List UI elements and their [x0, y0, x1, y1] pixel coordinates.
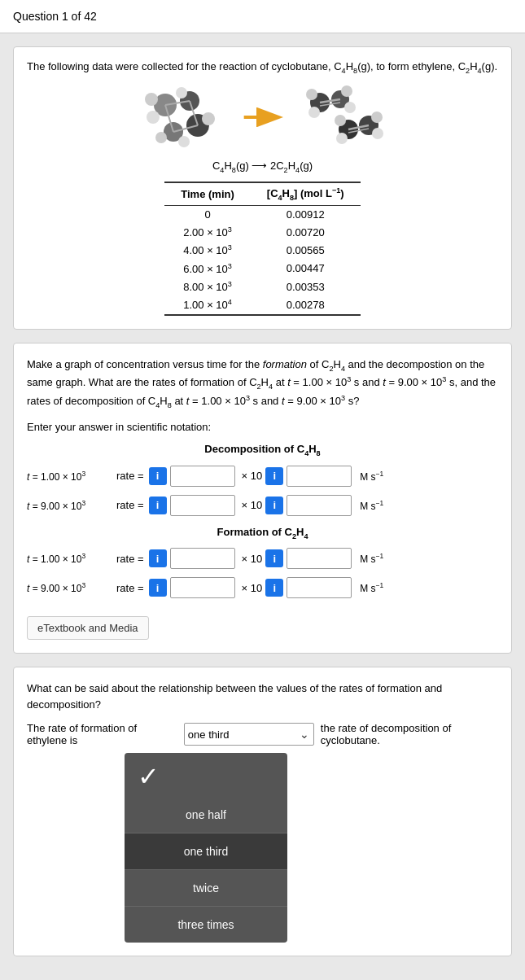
- reaction-arrow-container: [243, 107, 283, 127]
- svg-point-27: [336, 133, 348, 144]
- table-cell-conc: 0.00353: [251, 278, 361, 295]
- enter-label: Enter your answer in scientific notation…: [27, 421, 498, 433]
- unit-2: M s−1: [360, 499, 383, 512]
- etextbook-button[interactable]: eTextbook and Media: [27, 616, 149, 640]
- unit-3: M s−1: [360, 552, 383, 565]
- times-10-3: × 10: [242, 553, 263, 565]
- reaction-equation: C4H8(g) ⟶ 2C2H4(g): [27, 160, 498, 174]
- data-card: The following data were collected for th…: [13, 46, 512, 330]
- form-row-1: t = 1.00 × 103 rate = i × 10 i M s−1: [27, 548, 498, 569]
- rates-card: Make a graph of concentration versus tim…: [13, 343, 512, 654]
- reaction-visual: [27, 85, 498, 150]
- dropdown-popup: ✓ one half one third twice three times: [125, 753, 498, 943]
- form-section-title: Formation of C2H4: [27, 526, 498, 540]
- table-row: 6.00 × 1030.00447: [164, 260, 360, 278]
- svg-point-19: [308, 107, 320, 118]
- option-twice[interactable]: twice: [125, 870, 287, 907]
- table-cell-time: 8.00 × 103: [164, 278, 251, 295]
- table-cell-time: 2.00 × 103: [164, 223, 251, 241]
- decomp1-mantissa[interactable]: [170, 466, 235, 487]
- relationship-question: What can be said about the relationship …: [27, 680, 498, 712]
- svg-point-26: [335, 115, 346, 126]
- form-t2-label: t = 9.00 × 103: [27, 581, 116, 594]
- question-label: Question 1 of 42: [13, 10, 97, 23]
- rate-equals-1: rate =: [116, 470, 144, 482]
- info-btn-form1a[interactable]: i: [149, 549, 167, 567]
- ethylene-molecules: [300, 85, 389, 150]
- decomp-t2-label: t = 9.00 × 103: [27, 499, 116, 512]
- times-10-2: × 10: [242, 499, 263, 511]
- info-btn-form2b[interactable]: i: [265, 579, 283, 597]
- rate-dropdown[interactable]: one half one third twice three times: [184, 723, 314, 746]
- form-t1-label: t = 1.00 × 103: [27, 552, 116, 565]
- form2-mantissa[interactable]: [170, 577, 235, 598]
- decomp2-mantissa[interactable]: [170, 495, 235, 516]
- question-header: Question 1 of 42: [0, 0, 525, 33]
- table-row: 2.00 × 1030.00720: [164, 223, 360, 241]
- table-row: 1.00 × 1040.00278: [164, 295, 360, 314]
- table-cell-time: 4.00 × 103: [164, 241, 251, 259]
- unit-1: M s−1: [360, 470, 383, 483]
- info-btn-decomp1b[interactable]: i: [265, 467, 283, 485]
- rate-dropdown-wrapper[interactable]: one half one third twice three times ⌄: [184, 723, 314, 746]
- table-cell-time: 1.00 × 104: [164, 295, 251, 314]
- rate-formation-row: The rate of formation of ethylene is one…: [27, 722, 498, 746]
- svg-point-20: [341, 85, 352, 97]
- rate-equals-3: rate =: [116, 553, 144, 565]
- times-10-1: × 10: [242, 470, 263, 482]
- option-one-half[interactable]: one half: [125, 797, 287, 833]
- option-one-third[interactable]: one third: [125, 833, 287, 870]
- info-btn-decomp1a[interactable]: i: [149, 467, 167, 485]
- cyclobutane-molecule: [137, 85, 226, 150]
- table-cell-conc: 0.00565: [251, 241, 361, 259]
- info-btn-form1b[interactable]: i: [265, 549, 283, 567]
- times-10-4: × 10: [242, 582, 263, 594]
- decomp-t1-label: t = 1.00 × 103: [27, 470, 116, 483]
- table-cell-time: 0: [164, 206, 251, 224]
- decomp-row-1: t = 1.00 × 103 rate = i × 10 i M s−1: [27, 466, 498, 487]
- rate-equals-2: rate =: [116, 499, 144, 511]
- data-table: Time (min) [C4H8] (mol L−1) 00.009122.00…: [164, 182, 360, 316]
- table-row: 8.00 × 1030.00353: [164, 278, 360, 295]
- info-btn-decomp2b[interactable]: i: [265, 497, 283, 514]
- info-btn-form2a[interactable]: i: [149, 579, 167, 597]
- info-btn-decomp2a[interactable]: i: [149, 497, 167, 514]
- table-cell-conc: 0.00447: [251, 260, 361, 278]
- decomp-section-title: Decomposition of C4H8: [27, 443, 498, 457]
- svg-point-28: [371, 112, 383, 123]
- card1-intro: The following data were collected for th…: [27, 60, 498, 75]
- decomp2-exponent[interactable]: [287, 495, 352, 516]
- col-conc: [C4H8] (mol L−1): [251, 182, 361, 205]
- svg-point-4: [145, 93, 158, 106]
- col-time: Time (min): [164, 182, 251, 205]
- svg-point-9: [147, 111, 160, 124]
- rate-decomp-label: the rate of decomposition of cyclobutane…: [321, 722, 498, 746]
- rate-equals-4: rate =: [116, 582, 144, 594]
- svg-point-5: [176, 87, 187, 98]
- decomp1-exponent[interactable]: [287, 466, 352, 487]
- form1-exponent[interactable]: [287, 548, 352, 569]
- form2-exponent[interactable]: [287, 577, 352, 598]
- form1-mantissa[interactable]: [170, 548, 235, 569]
- svg-point-8: [155, 132, 167, 143]
- svg-point-18: [306, 89, 317, 100]
- svg-point-7: [178, 136, 190, 147]
- relationship-card: What can be said about the relationship …: [13, 667, 512, 956]
- unit-4: M s−1: [360, 581, 383, 594]
- checkmark-icon: ✓: [125, 753, 287, 797]
- option-three-times[interactable]: three times: [125, 907, 287, 943]
- svg-point-21: [344, 102, 356, 113]
- table-cell-conc: 0.00912: [251, 206, 361, 224]
- table-row: 00.00912: [164, 206, 360, 224]
- svg-point-6: [202, 112, 215, 125]
- rates-question-text: Make a graph of concentration versus tim…: [27, 357, 498, 411]
- table-cell-conc: 0.00278: [251, 295, 361, 314]
- table-row: 4.00 × 1030.00565: [164, 241, 360, 259]
- table-cell-time: 6.00 × 103: [164, 260, 251, 278]
- svg-point-29: [372, 128, 383, 139]
- rate-formation-label: The rate of formation of ethylene is: [27, 722, 177, 746]
- table-cell-conc: 0.00720: [251, 223, 361, 241]
- decomp-row-2: t = 9.00 × 103 rate = i × 10 i M s−1: [27, 495, 498, 516]
- form-row-2: t = 9.00 × 103 rate = i × 10 i M s−1: [27, 577, 498, 598]
